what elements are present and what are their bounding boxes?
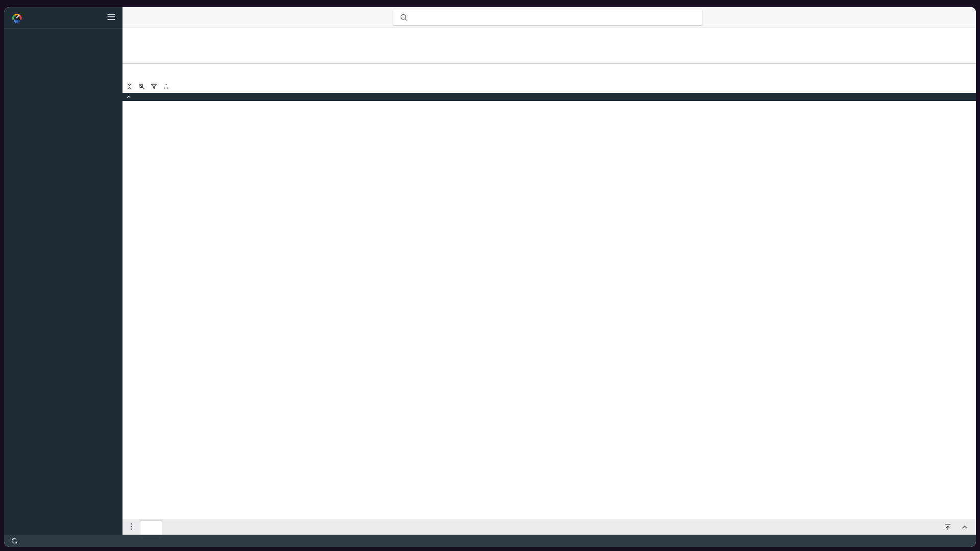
tab-current-selection[interactable] <box>140 521 162 535</box>
window-frame: ⋮ <box>0 0 980 551</box>
overflow-menu-icon[interactable]: ⋮ <box>128 522 135 531</box>
collapse-all-icon[interactable] <box>126 83 133 90</box>
topbar <box>122 7 976 28</box>
search-icon <box>399 13 408 22</box>
workspace-icon[interactable] <box>162 83 170 90</box>
search-input[interactable] <box>413 13 696 22</box>
perfetto-app: ⋮ <box>4 7 976 547</box>
timeline-ruler[interactable] <box>122 64 976 93</box>
status-bar <box>4 535 976 547</box>
sidebar <box>4 7 122 535</box>
chevron-up-icon <box>126 94 131 99</box>
track-group-header[interactable] <box>122 93 976 101</box>
main-area: ⋮ <box>122 7 976 535</box>
tracks-area <box>122 101 976 519</box>
omnibox[interactable] <box>393 10 702 25</box>
ruler-origin <box>128 65 141 72</box>
filter-icon[interactable] <box>150 83 158 90</box>
dock-to-top-icon[interactable] <box>944 523 952 533</box>
zoom-off-icon[interactable] <box>138 83 145 90</box>
track-toolbar <box>126 83 175 90</box>
perfetto-logo-icon <box>10 11 23 24</box>
overview-timeline[interactable] <box>122 28 976 64</box>
sidebar-header <box>4 7 122 29</box>
sync-icon <box>11 537 18 544</box>
menu-icon[interactable] <box>106 12 116 24</box>
bottom-tabbar: ⋮ <box>122 519 976 535</box>
expand-panel-icon[interactable] <box>961 523 969 533</box>
